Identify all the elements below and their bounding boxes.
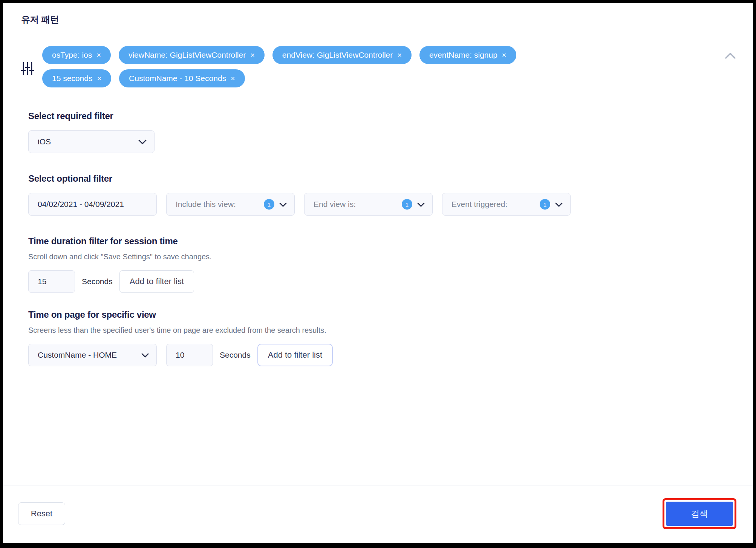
chip-label: eventName: signup — [429, 51, 497, 60]
count-badge: 1 — [264, 199, 274, 210]
filter-form: Select required filter iOS Select option… — [3, 87, 753, 485]
close-icon[interactable]: × — [97, 75, 101, 82]
chip-label: osType: ios — [52, 51, 92, 60]
panel-footer: Reset 검색 — [3, 485, 753, 543]
chip-label: endView: GigListViewController — [282, 51, 393, 60]
chip-label: CustomName - 10 Seconds — [129, 74, 226, 83]
date-range-input[interactable] — [28, 193, 157, 216]
filter-chip-eventname[interactable]: eventName: signup × — [419, 46, 516, 64]
count-badge: 1 — [402, 199, 412, 210]
seconds-unit-label: Seconds — [82, 277, 113, 286]
count-badge: 1 — [540, 199, 550, 210]
include-view-select[interactable]: Include this view: 1 — [166, 193, 295, 216]
panel-header: 유저 패턴 — [3, 3, 753, 36]
search-button[interactable]: 검색 — [666, 502, 733, 526]
end-view-label: End view is: — [314, 200, 356, 209]
add-session-filter-button[interactable]: Add to filter list — [119, 270, 194, 293]
chevron-down-icon — [417, 200, 425, 209]
page-seconds-input[interactable] — [166, 344, 213, 366]
chip-label: 15 seconds — [52, 74, 92, 83]
end-view-select[interactable]: End view is: 1 — [304, 193, 433, 216]
filter-chip-endview[interactable]: endView: GigListViewController × — [272, 46, 412, 64]
chevron-down-icon — [555, 200, 563, 209]
include-view-label: Include this view: — [176, 200, 236, 209]
optional-filter-heading: Select optional filter — [28, 173, 735, 184]
event-triggered-select[interactable]: Event triggered: 1 — [442, 193, 571, 216]
session-time-heading: Time duration filter for session time — [28, 236, 735, 246]
session-time-subtitle: Scroll down and click "Save Settings" to… — [28, 253, 735, 261]
add-page-filter-button[interactable]: Add to filter list — [257, 344, 333, 366]
event-triggered-label: Event triggered: — [451, 200, 507, 209]
page-title: 유저 패턴 — [21, 14, 59, 26]
time-on-page-subtitle: Screens less than the specified user's t… — [28, 326, 735, 335]
chevron-down-icon — [138, 137, 147, 146]
chevron-down-icon — [141, 351, 149, 360]
close-icon[interactable]: × — [397, 51, 402, 59]
close-icon[interactable]: × — [250, 51, 255, 59]
required-filter-heading: Select required filter — [28, 111, 735, 121]
annotation-highlight-box: 검색 — [663, 498, 736, 529]
os-select[interactable]: iOS — [28, 130, 155, 153]
close-icon[interactable]: × — [96, 51, 101, 59]
os-select-value: iOS — [38, 137, 51, 146]
seconds-unit-label: Seconds — [220, 351, 251, 360]
time-on-page-heading: Time on page for specific view — [28, 309, 735, 320]
close-icon[interactable]: × — [502, 51, 507, 59]
chevron-up-icon[interactable] — [724, 52, 736, 61]
view-name-select-value: CustomName - HOME — [38, 351, 117, 360]
close-icon[interactable]: × — [231, 75, 235, 82]
session-seconds-input[interactable] — [28, 270, 75, 293]
chevron-down-icon — [279, 200, 287, 209]
sliders-icon — [21, 60, 34, 77]
chip-label: viewName: GigListViewController — [129, 51, 246, 60]
filter-chip-viewname[interactable]: viewName: GigListViewController × — [119, 46, 265, 64]
filter-chip-ostype[interactable]: osType: ios × — [42, 46, 111, 64]
filter-chip-seconds[interactable]: 15 seconds × — [42, 69, 111, 87]
reset-button[interactable]: Reset — [18, 502, 65, 525]
filter-chip-customname[interactable]: CustomName - 10 Seconds × — [119, 69, 245, 87]
view-name-select[interactable]: CustomName - HOME — [28, 344, 157, 366]
user-pattern-panel: 유저 패턴 osType: ios × viewName: G — [3, 3, 753, 543]
filter-chip-list: osType: ios × viewName: GigListViewContr… — [42, 46, 577, 87]
active-filters-bar: osType: ios × viewName: GigListViewContr… — [3, 36, 753, 87]
